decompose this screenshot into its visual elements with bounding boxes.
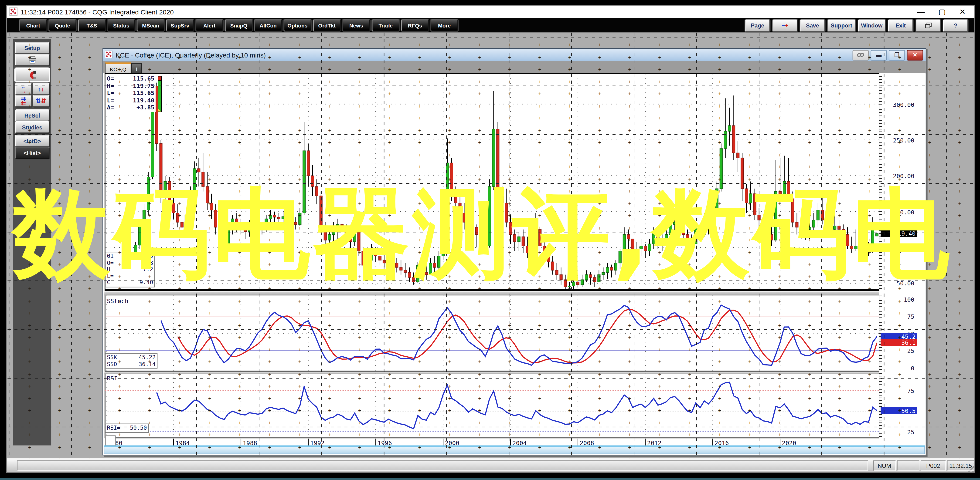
- cascade-windows-button[interactable]: [916, 19, 941, 32]
- desktop-plus-mark: +: [868, 420, 872, 426]
- desktop-plus-mark: +: [28, 444, 32, 450]
- toolbar-button-quote[interactable]: Quote: [49, 19, 76, 31]
- desktop-plus-mark: +: [358, 67, 361, 72]
- desktop-plus-mark: +: [568, 55, 571, 60]
- desktop-plus-mark: +: [388, 91, 391, 97]
- sidebar-print-button[interactable]: [15, 54, 49, 66]
- toolbar-button-alert[interactable]: Alert: [196, 19, 223, 31]
- desktop-plus-mark: +: [508, 420, 511, 426]
- desktop-plus-mark: +: [778, 444, 781, 450]
- desktop-plus-mark: +: [628, 152, 632, 157]
- toolbar-button-allcon[interactable]: AllCon: [254, 19, 282, 31]
- toolbar-button-window[interactable]: Window: [858, 19, 886, 32]
- desktop-plus-mark: +: [808, 310, 811, 316]
- toolbar-button-rfqs[interactable]: RFQs: [401, 19, 429, 31]
- desktop-plus-mark: +: [928, 396, 931, 401]
- desktop-plus-mark: +: [328, 408, 331, 413]
- desktop-plus-mark: +: [928, 408, 931, 413]
- desktop-plus-mark: +: [628, 42, 632, 48]
- app-minimize-button[interactable]: —: [917, 8, 925, 16]
- desktop-plus-mark: +: [718, 396, 721, 401]
- desktop-plus-mark: +: [928, 371, 931, 377]
- help-button[interactable]: ?: [943, 19, 968, 32]
- pane-splitter[interactable]: [104, 371, 880, 374]
- desktop-plus-mark: +: [508, 55, 511, 60]
- desktop-plus-mark: +: [868, 42, 872, 48]
- desktop-plus-mark: +: [238, 310, 241, 316]
- desktop-plus-mark: +: [898, 432, 901, 438]
- desktop-plus-mark: +: [88, 103, 91, 109]
- desktop-plus-mark: +: [508, 79, 511, 84]
- desktop-plus-mark: +: [898, 152, 901, 157]
- toolbar-button-news[interactable]: News: [342, 19, 370, 31]
- chart-horizontal-scrollbar[interactable]: [103, 445, 925, 454]
- desktop-plus-mark: +: [688, 359, 692, 365]
- desktop-plus-mark: +: [328, 384, 331, 389]
- desktop-plus-mark: +: [178, 323, 181, 328]
- desktop-plus-mark: +: [298, 359, 301, 365]
- desktop-plus-mark: +: [958, 116, 961, 121]
- desktop-plus-mark: +: [118, 359, 121, 365]
- desktop-plus-mark: +: [568, 408, 571, 413]
- desktop-plus-mark: +: [658, 310, 662, 316]
- chart-minimize-button[interactable]: ▬: [870, 49, 887, 60]
- link-icon[interactable]: [853, 49, 869, 60]
- toolbar-button-snapq[interactable]: SnapQ: [225, 19, 253, 31]
- desktop-plus-mark: +: [238, 298, 241, 304]
- toolbar-button-ordtkt[interactable]: OrdTkt: [313, 19, 341, 31]
- desktop-plus-mark: +: [238, 371, 241, 377]
- desktop-plus-mark: +: [688, 444, 692, 450]
- sidebar-studies-button[interactable]: Studies: [15, 121, 49, 133]
- desktop-plus-mark: +: [538, 420, 541, 426]
- desktop-plus-mark: +: [58, 152, 62, 157]
- desktop-plus-mark: +: [358, 55, 361, 60]
- desktop-plus-mark: +: [58, 420, 62, 426]
- pane-splitter[interactable]: [104, 291, 880, 296]
- desktop-plus-mark: +: [748, 384, 751, 389]
- desktop-plus-mark: +: [748, 335, 751, 340]
- toolbar-button-supsrv[interactable]: SupSrv: [166, 19, 194, 31]
- chart-window-titlebar[interactable]: KCE - Coffee (ICE), Quarterly (Delayed b…: [103, 49, 926, 61]
- toolbar-button-options[interactable]: Options: [284, 19, 311, 31]
- desktop-plus-mark: +: [118, 396, 121, 401]
- cascade-icon: [925, 22, 932, 29]
- desktop-plus-mark: +: [598, 79, 601, 84]
- app-close-button[interactable]: ✕: [959, 8, 966, 16]
- sidebar-setup-button[interactable]: Setup: [15, 42, 49, 54]
- toolbar-button-support[interactable]: Support: [827, 19, 855, 32]
- toolbar-button-mscan[interactable]: MScan: [137, 19, 164, 31]
- current-bar-indicator: [158, 76, 162, 112]
- desktop-plus-mark: +: [508, 384, 511, 389]
- zoom-in-out-button[interactable]: −+: [773, 19, 797, 32]
- toolbar-button-status[interactable]: Status: [108, 19, 135, 31]
- new-tab-button[interactable]: +: [131, 63, 142, 74]
- chart-restore-button[interactable]: ❐: [889, 49, 905, 60]
- desktop-plus-mark: +: [868, 91, 872, 97]
- desktop-plus-mark: +: [358, 79, 361, 84]
- sidebar-compress-vertical-button[interactable]: ⇅⇵: [33, 95, 49, 107]
- sidebar-historical-button[interactable]: <Hist>: [15, 147, 49, 159]
- desktop-plus-mark: +: [598, 116, 601, 121]
- app-maximize-button[interactable]: ▢: [939, 8, 945, 16]
- sidebar-interior-day-button[interactable]: <IntD>: [15, 135, 49, 147]
- desktop-plus-mark: +: [478, 444, 481, 450]
- desktop-plus-mark: +: [508, 323, 511, 328]
- toolbar-button-more[interactable]: More: [431, 19, 458, 31]
- desktop-plus-mark: +: [658, 384, 662, 389]
- toolbar-button-chart[interactable]: Chart: [19, 19, 47, 31]
- desktop-plus-mark: +: [658, 420, 662, 426]
- chart-close-button[interactable]: ✕: [907, 49, 923, 60]
- desktop-plus-mark: +: [478, 408, 481, 413]
- sidebar-magnet-button[interactable]: [15, 68, 49, 82]
- desktop-plus-mark: +: [508, 91, 511, 97]
- desktop-plus-mark: +: [388, 67, 391, 72]
- toolbar-button-page[interactable]: Page: [745, 19, 770, 32]
- desktop-plus-mark: +: [208, 152, 212, 157]
- toolbar-button-exit[interactable]: Exit: [888, 19, 913, 32]
- toolbar-button-save[interactable]: Save: [800, 19, 825, 32]
- sidebar-rescale-button[interactable]: ReScl: [15, 110, 49, 121]
- desktop-plus-mark: +: [808, 384, 811, 389]
- toolbar-button-ts[interactable]: T&S: [78, 19, 105, 31]
- sidebar-shift-up-down-button[interactable]: ↑↓: [33, 83, 49, 95]
- toolbar-button-trade[interactable]: Trade: [372, 19, 399, 31]
